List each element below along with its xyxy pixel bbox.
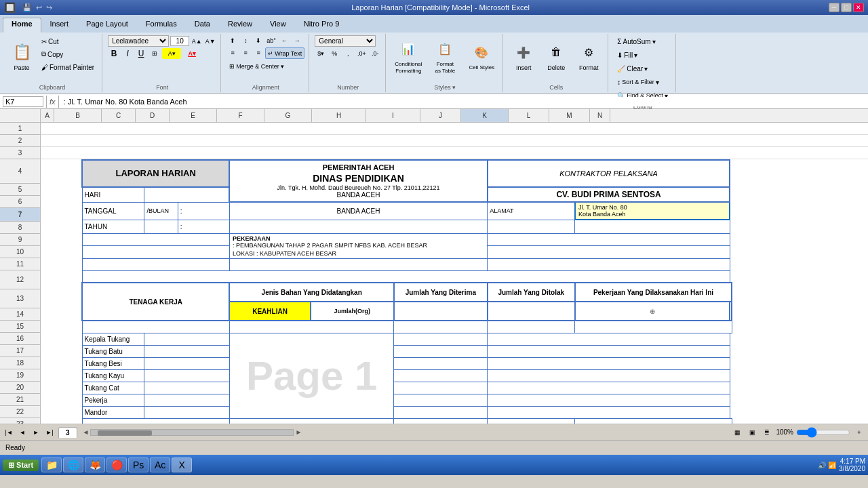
align-right-btn[interactable]: ≡ — [252, 47, 264, 58]
font-name-select[interactable]: Leelawadee — [108, 35, 169, 47]
tab-insert[interactable]: Insert — [41, 18, 78, 33]
delete-button[interactable]: 🗑 Delete — [541, 35, 571, 77]
copy-icon: ⧉ — [41, 50, 46, 58]
col-header-E[interactable]: E — [170, 109, 217, 122]
increase-decimal-btn[interactable]: .0+ — [355, 48, 368, 59]
row-num-9: 9 — [0, 234, 40, 246]
increase-font-btn[interactable]: A▲ — [191, 36, 203, 47]
cell-reference-input[interactable] — [3, 96, 43, 107]
percent-btn[interactable]: % — [328, 48, 340, 59]
normal-view-btn[interactable]: ▦ — [731, 427, 743, 438]
tab-review[interactable]: Review — [219, 18, 261, 33]
sort-filter-icon: ↕ — [617, 79, 620, 86]
copy-button[interactable]: ⧉ Copy — [38, 48, 98, 60]
taskbar-app-explorer[interactable]: 📁 — [41, 458, 62, 472]
taskbar-app-chrome[interactable]: 🌐 — [63, 458, 83, 472]
paste-button[interactable]: 📋 Paste — [7, 35, 37, 77]
sheet-tab-3[interactable]: 3 — [58, 427, 77, 438]
align-center-btn[interactable]: ≡ — [239, 47, 252, 58]
orientation-btn[interactable]: ab° — [265, 35, 277, 46]
tab-page-layout[interactable]: Page Layout — [77, 18, 137, 33]
tab-nitro[interactable]: Nitro Pro 9 — [295, 18, 349, 33]
alamat-value: Jl. T. Umar No. 80 Kota Banda Aceh — [575, 202, 730, 220]
col-header-G[interactable]: G — [264, 109, 312, 122]
minimize-btn[interactable]: ─ — [829, 3, 840, 12]
wrap-text-button[interactable]: ↵ Wrap Text — [265, 47, 304, 59]
merge-center-button[interactable]: ⊞ Merge & Center▾ — [226, 60, 287, 72]
page-break-view-btn[interactable]: ≣ — [761, 427, 773, 438]
window-title: Laporan Harian [Compatibility Mode] - Mi… — [351, 3, 530, 12]
fill-color-btn[interactable]: A▾ — [162, 48, 181, 59]
start-button[interactable]: ⊞ Start — [3, 460, 39, 471]
formula-input[interactable] — [62, 97, 865, 106]
clear-button[interactable]: 🧹 Clear▾ — [614, 62, 651, 75]
tab-view[interactable]: View — [261, 18, 295, 33]
taskbar-app-excel[interactable]: X — [172, 458, 192, 472]
sheet-nav-first[interactable]: |◄ — [3, 427, 15, 438]
col-header-F[interactable]: F — [217, 109, 264, 122]
insert-button[interactable]: ➕ Insert — [509, 35, 538, 77]
page-layout-view-btn[interactable]: ▣ — [746, 427, 758, 438]
cell-styles-button[interactable]: 🎨 Cell Styles — [465, 35, 498, 77]
decrease-font-btn[interactable]: A▼ — [204, 36, 216, 47]
row-num-4: 4 — [0, 159, 40, 184]
col-header-N[interactable]: N — [590, 109, 610, 122]
font-color-btn[interactable]: A▾ — [182, 48, 201, 59]
tab-data[interactable]: Data — [186, 18, 219, 33]
indent-decrease-btn[interactable]: ← — [278, 35, 290, 46]
format-button[interactable]: ⚙ Format — [574, 35, 604, 77]
autosum-button[interactable]: Σ AutoSum▾ — [614, 35, 658, 47]
col-header-D[interactable]: D — [136, 109, 170, 122]
jumlah-org-header: Jumlah(Org) — [311, 302, 394, 321]
sort-filter-button[interactable]: ↕ Sort & Filter▾ — [614, 76, 663, 88]
align-bottom-btn[interactable]: ⬇ — [252, 35, 264, 46]
cut-button[interactable]: ✂ Cut — [38, 35, 98, 47]
row-num-21: 21 — [0, 394, 40, 406]
alamat-label: ALAMAT — [488, 202, 575, 220]
format-painter-button[interactable]: 🖌 Format Painter — [38, 61, 98, 73]
fill-button[interactable]: ⬇ Fill▾ — [614, 49, 641, 61]
sheet-nav-next[interactable]: ► — [30, 427, 42, 438]
col-header-L[interactable]: L — [509, 109, 549, 122]
zoom-slider[interactable] — [796, 430, 850, 435]
underline-btn[interactable]: U — [135, 48, 147, 59]
taskbar-app-unknown[interactable]: 🔴 — [106, 458, 127, 472]
close-btn[interactable]: ✕ — [853, 3, 864, 12]
maximize-btn[interactable]: □ — [841, 3, 852, 12]
spreadsheet-content: LAPORAN HARIAN PEMERINTAH ACEH DINAS PEN… — [41, 123, 868, 424]
taskbar-app-photoshop[interactable]: Ps — [128, 458, 149, 472]
align-left-btn[interactable]: ≡ — [226, 47, 239, 58]
border-btn[interactable]: ⊞ — [149, 48, 161, 59]
align-middle-btn[interactable]: ↕ — [239, 35, 252, 46]
format-icon: ⚙ — [578, 41, 599, 63]
col-header-J[interactable]: J — [420, 109, 461, 122]
scrollbar-thumb[interactable] — [98, 430, 152, 436]
indent-increase-btn[interactable]: → — [291, 35, 303, 46]
italic-btn[interactable]: I — [121, 48, 134, 59]
decrease-decimal-btn[interactable]: .0- — [369, 48, 381, 59]
sheet-nav-prev[interactable]: ◄ — [16, 427, 28, 438]
horizontal-scrollbar[interactable] — [90, 429, 294, 436]
sheet-nav-last[interactable]: ►| — [43, 427, 56, 438]
format-table-button[interactable]: 📋 Formatas Table — [428, 35, 462, 77]
taskbar-app-acrobat[interactable]: Ac — [150, 458, 170, 472]
col-header-K[interactable]: K — [461, 109, 509, 122]
col-header-B[interactable]: B — [54, 109, 102, 122]
col-header-M[interactable]: M — [549, 109, 590, 122]
row-num-14: 14 — [0, 308, 40, 321]
col-header-C[interactable]: C — [102, 109, 136, 122]
bold-btn[interactable]: B — [108, 48, 120, 59]
font-size-input[interactable] — [170, 36, 189, 46]
tab-home[interactable]: Home — [3, 18, 41, 33]
taskbar-app-firefox[interactable]: 🦊 — [85, 458, 105, 472]
tab-formulas[interactable]: Formulas — [137, 18, 186, 33]
currency-btn[interactable]: $▾ — [315, 48, 327, 59]
align-top-btn[interactable]: ⬆ — [226, 35, 239, 46]
conditional-formatting-button[interactable]: 📊 Conditional Formatting — [391, 35, 425, 77]
col-header-H[interactable]: H — [312, 109, 366, 122]
comma-btn[interactable]: , — [342, 48, 354, 59]
col-header-I[interactable]: I — [366, 109, 420, 122]
number-format-select[interactable]: General — [315, 35, 376, 47]
zoom-in-btn[interactable]: + — [853, 427, 865, 438]
col-header-A[interactable]: A — [41, 109, 54, 122]
